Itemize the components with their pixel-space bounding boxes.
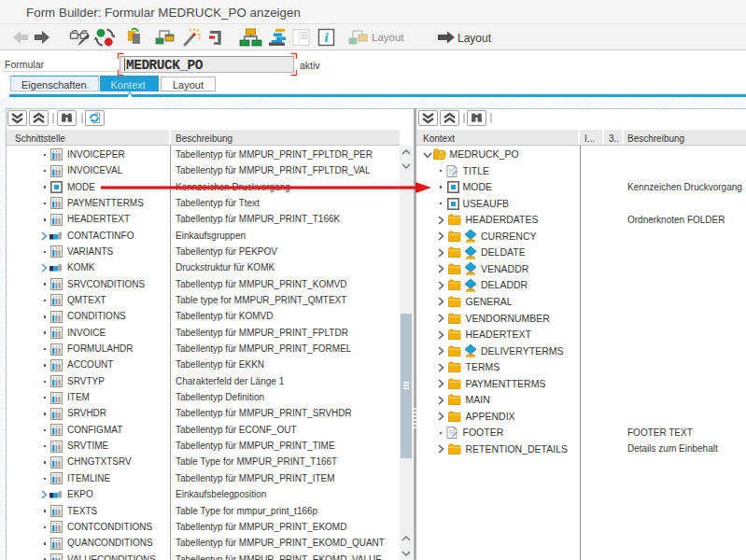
svg-text:Layout: Layout [372,32,404,43]
svg-text:Layout: Layout [457,32,492,45]
